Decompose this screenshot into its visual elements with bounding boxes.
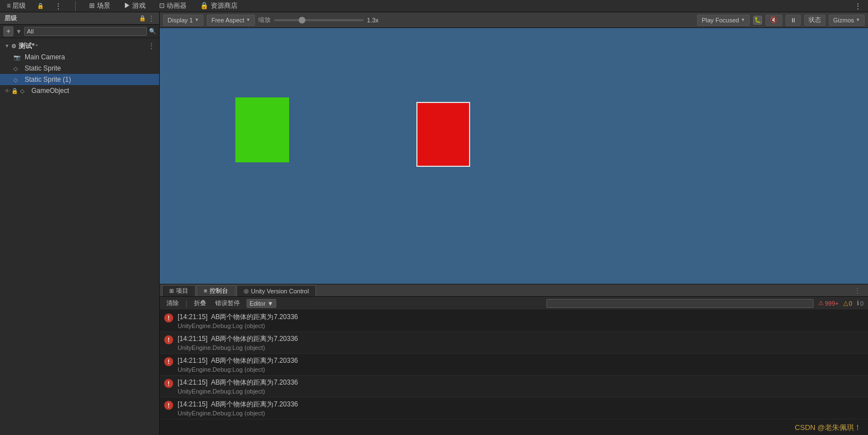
menu-more-icon[interactable]: ⋮ <box>53 2 64 10</box>
error-badge: ⚠ 999+ <box>818 300 839 307</box>
tab-project-label: 项目 <box>176 287 188 295</box>
zoom-value: 1.3x <box>367 17 383 24</box>
info-count: 0 <box>860 300 864 307</box>
menu-game[interactable]: ▶ 游戏 <box>122 1 148 11</box>
hierarchy-more-icon[interactable]: ⋮ <box>148 15 155 22</box>
menu-lock-icon: 🔒 <box>37 3 44 9</box>
aspect-dropdown[interactable]: Free Aspect ▼ <box>207 15 255 26</box>
green-sprite[interactable] <box>235 97 289 162</box>
menu-hierarchy[interactable]: ≡ 层级 <box>4 1 28 11</box>
zoom-label: 缩放 <box>258 16 271 24</box>
lock-icon[interactable]: 🔒 <box>11 88 18 94</box>
tab-console[interactable]: ≡ 控制台 <box>197 285 235 296</box>
error-count: 999+ <box>825 300 839 307</box>
info-icon: ℹ <box>857 300 859 307</box>
console-entry-text: [14:21:15] AB两个物体的距离为7.20336 UnityEngine… <box>178 378 298 395</box>
console-entry-text: [14:21:15] AB两个物体的距离为7.20336 UnityEngine… <box>178 356 298 373</box>
dropdown-arrow-icon: ▼ <box>246 17 250 22</box>
top-menu-bar: ≡ 层级 🔒 ⋮ ⊞ 场景 ▶ 游戏 ⊡ 动画器 🔒 资源商店 ⋮ <box>0 0 868 12</box>
hierarchy-item-main-camera[interactable]: 📷 Main Camera <box>0 52 159 63</box>
warn-icon: △ <box>843 300 848 307</box>
eye-icon[interactable]: 👁 <box>4 88 10 94</box>
console-collapse-button[interactable]: 折叠 <box>192 299 208 307</box>
console-entry-icon: ! <box>164 401 173 410</box>
console-search-input[interactable] <box>546 299 814 308</box>
game-view-toolbar: Display 1 ▼ Free Aspect ▼ 缩放 1.3x Play F… <box>160 12 868 28</box>
filter-arrow-icon: ▼ <box>267 300 273 307</box>
status-label: 状态 <box>809 16 821 23</box>
status-button[interactable]: 状态 <box>804 15 825 26</box>
separator: | <box>185 300 187 307</box>
scene-asterisk: * <box>36 43 38 49</box>
hierarchy-scene-root[interactable]: ▼ ⚙ 测试* * ⋮ <box>0 40 159 52</box>
hierarchy-add-button[interactable]: + <box>3 26 13 36</box>
gizmos-button[interactable]: Gizmos ▼ <box>829 15 865 26</box>
warn-count: 0 <box>849 300 852 307</box>
pause-button[interactable]: ⏸ <box>786 15 801 26</box>
console-entry[interactable]: ! [14:21:15] AB两个物体的距离为7.20336 UnityEngi… <box>160 354 868 376</box>
display-dropdown[interactable]: Display 1 ▼ <box>163 15 203 26</box>
filter-label: Editor <box>249 300 266 307</box>
console-tab-icon: ≡ <box>204 288 207 294</box>
sprite-icon: ◇ <box>13 66 22 72</box>
hierarchy-panel: 层级 🔒 ⋮ + ▼ 🔍 ▼ ⚙ 测试* * ⋮ <box>0 12 160 435</box>
top-menu-more[interactable]: ⋮ <box>852 2 864 10</box>
console-entry[interactable]: ! [14:21:15] AB两个物体的距离为7.20336 UnityEngi… <box>160 332 868 354</box>
scene-dots[interactable]: ⋮ <box>148 42 155 50</box>
console-sub-text: UnityEngine.Debug:Log (object) <box>178 344 298 351</box>
console-main-text: [14:21:15] AB两个物体的距离为7.20336 <box>178 356 298 366</box>
console-main-text: [14:21:15] AB两个物体的距离为7.20336 <box>178 378 298 387</box>
console-entry-icon: ! <box>164 335 173 344</box>
tab-project[interactable]: ⊞ 项目 <box>162 285 196 296</box>
hierarchy-item-gameobject[interactable]: 👁 🔒 ◇ GameObject <box>0 85 159 96</box>
dropdown-arrow-icon: ▼ <box>741 17 745 22</box>
console-entry[interactable]: ! [14:21:15] AB两个物体的距离为7.20336 UnityEngi… <box>160 376 868 397</box>
mute-button[interactable]: 🔇 <box>765 15 782 26</box>
console-entry-text: [14:21:15] AB两个物体的距离为7.20336 UnityEngine… <box>178 334 298 351</box>
console-sub-text: UnityEngine.Debug:Log (object) <box>178 388 298 395</box>
game-view: Display 1 ▼ Free Aspect ▼ 缩放 1.3x Play F… <box>160 12 868 284</box>
console-entry-text: [14:21:15] AB两个物体的距离为7.20336 UnityEngine… <box>178 312 298 329</box>
csdn-credit: CSDN @老朱佩琪！ <box>795 423 861 433</box>
bottom-tab-group: ⊞ 项目 ≡ 控制台 ◎ Unity Version Control <box>162 285 317 296</box>
console-main-text: [14:21:15] AB两个物体的距离为7.20336 <box>178 312 298 322</box>
console-clear-button[interactable]: 清除 <box>164 299 181 307</box>
bottom-panel-more[interactable]: ⋮ <box>849 286 866 295</box>
console-entry[interactable]: ! [14:21:15] AB两个物体的距离为7.20336 UnityEngi… <box>160 397 868 419</box>
console-pause-error-button[interactable]: 错误暂停 <box>213 299 242 307</box>
tab-vc-label: Unity Version Control <box>251 288 309 294</box>
menu-store[interactable]: 🔒 资源商店 <box>198 1 239 11</box>
console-sub-text: UnityEngine.Debug:Log (object) <box>178 322 298 329</box>
menu-animator[interactable]: ⊡ 动画器 <box>157 1 189 11</box>
camera-icon: 📷 <box>13 54 22 60</box>
go-icon: ◇ <box>20 88 29 94</box>
pause-icon: ⏸ <box>790 17 796 24</box>
hierarchy-item-static-sprite-1[interactable]: ◇ Static Sprite (1) <box>0 74 159 85</box>
console-entry[interactable]: ! [14:21:15] AB两个物体的距离为7.20336 UnityEngi… <box>160 310 868 332</box>
red-sprite[interactable] <box>416 102 470 167</box>
console-filter-dropdown[interactable]: Editor ▼ <box>247 299 276 308</box>
tab-version-control[interactable]: ◎ Unity Version Control <box>236 285 316 296</box>
hierarchy-search-input[interactable] <box>24 27 147 36</box>
play-focused-button[interactable]: Play Focused ▼ <box>697 15 750 26</box>
console-entry-icon: ! <box>164 357 173 366</box>
display-label: Display 1 <box>168 17 193 24</box>
console-toolbar: 清除 | 折叠 错误暂停 Editor ▼ ⚠ 999+ △ <box>160 297 868 310</box>
hierarchy-lock-icon[interactable]: 🔒 <box>139 15 146 21</box>
console-main-text: [14:21:15] AB两个物体的距离为7.20336 <box>178 334 298 344</box>
separator <box>75 1 76 11</box>
dropdown-arrow-icon: ▼ <box>856 17 860 22</box>
warn-badge: △ 0 <box>843 300 852 307</box>
hierarchy-item-label: Static Sprite (1) <box>25 76 71 83</box>
hierarchy-item-label: Static Sprite <box>25 64 61 72</box>
zoom-slider[interactable] <box>274 19 364 21</box>
scene-name: 测试* <box>18 41 35 51</box>
hierarchy-content: ▼ ⚙ 测试* * ⋮ 📷 Main Camera ◇ <box>0 38 159 435</box>
console-sub-text: UnityEngine.Debug:Log (object) <box>178 410 298 417</box>
hierarchy-item-static-sprite[interactable]: ◇ Static Sprite <box>0 63 159 74</box>
vc-tab-icon: ◎ <box>244 288 249 294</box>
menu-scene[interactable]: ⊞ 场景 <box>87 1 112 11</box>
bug-icon[interactable]: 🐛 <box>753 16 762 25</box>
console-content: ! [14:21:15] AB两个物体的距离为7.20336 UnityEngi… <box>160 310 868 435</box>
hierarchy-header-icons: 🔒 ⋮ <box>139 15 155 22</box>
